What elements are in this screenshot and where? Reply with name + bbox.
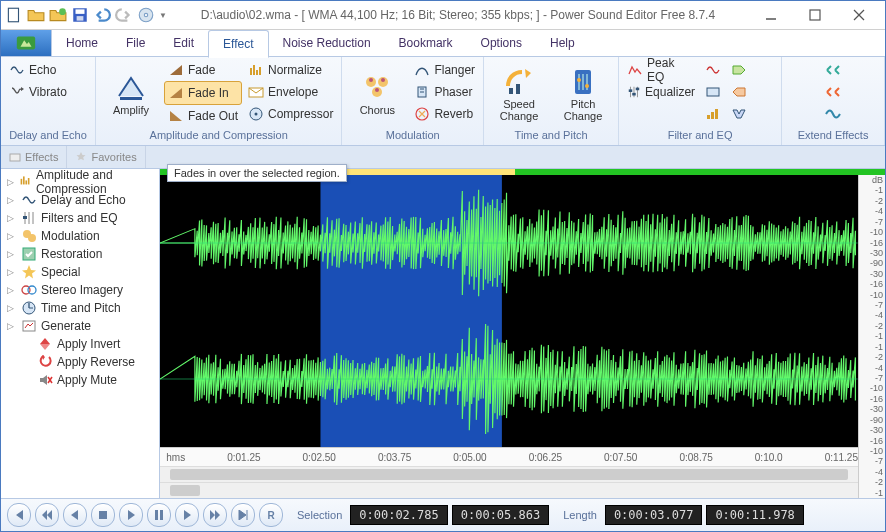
waveform-right-channel[interactable] — [160, 311, 858, 447]
app-menu-button[interactable] — [1, 30, 52, 56]
amplify-button[interactable]: Amplify — [100, 59, 162, 129]
svg-rect-3 — [76, 9, 85, 14]
tree-node[interactable]: ▷Generate — [3, 317, 157, 335]
reverb-button[interactable]: Reverb — [410, 103, 479, 125]
timeline-ruler[interactable]: hms0:01.250:02.500:03.750:05.000:06.250:… — [160, 447, 858, 466]
chevron-right-icon[interactable]: ▷ — [7, 303, 17, 313]
ffwd-button[interactable] — [203, 503, 227, 527]
next-button[interactable] — [175, 503, 199, 527]
effects-panel-icon — [9, 151, 21, 163]
tree-node[interactable]: Apply Mute — [3, 371, 157, 389]
cd-icon[interactable] — [137, 6, 155, 24]
chevron-right-icon[interactable]: ▷ — [7, 231, 17, 241]
tree-node[interactable]: ▷Special — [3, 263, 157, 281]
rest-icon — [21, 246, 37, 262]
pitch-change-button[interactable]: Pitch Change — [552, 59, 614, 129]
filter-btn-6[interactable] — [727, 103, 751, 125]
pause-button[interactable] — [147, 503, 171, 527]
chevron-right-icon[interactable]: ▷ — [7, 321, 17, 331]
undo-icon[interactable] — [93, 6, 111, 24]
tree-label: Modulation — [41, 229, 100, 243]
filter-btn-2[interactable] — [701, 81, 725, 103]
tab-bookmark[interactable]: Bookmark — [385, 30, 467, 56]
open-icon[interactable] — [27, 6, 45, 24]
tab-help[interactable]: Help — [536, 30, 589, 56]
group-title-filter-eq: Filter and EQ — [623, 129, 777, 145]
goto-end-button[interactable] — [231, 503, 255, 527]
tree-node[interactable]: Apply Invert — [3, 335, 157, 353]
zoom-thumb[interactable] — [170, 485, 200, 496]
chevron-right-icon[interactable]: ▷ — [7, 249, 17, 259]
speed-change-button[interactable]: Speed Change — [488, 59, 550, 129]
svg-rect-45 — [707, 115, 710, 119]
close-button[interactable] — [837, 1, 881, 29]
tab-file[interactable]: File — [112, 30, 159, 56]
chevron-right-icon[interactable]: ▷ — [7, 177, 15, 187]
flanger-button[interactable]: Flanger — [410, 59, 479, 81]
redo-icon[interactable] — [115, 6, 133, 24]
chevron-right-icon[interactable]: ▷ — [7, 195, 17, 205]
compressor-icon — [248, 106, 264, 122]
waveform-left-channel[interactable] — [160, 175, 858, 311]
side-tab-favorites[interactable]: Favorites — [67, 146, 145, 168]
play-button[interactable] — [119, 503, 143, 527]
qat-dropdown-icon[interactable]: ▼ — [159, 11, 167, 20]
amplify-icon — [115, 72, 147, 104]
side-tab-effects[interactable]: Effects — [1, 146, 67, 168]
envelope-button[interactable]: Envelope — [244, 81, 337, 103]
extend-effect-3[interactable] — [824, 105, 842, 123]
ribbon-tabs: Home File Edit Effect Noise Reduction Bo… — [1, 30, 885, 57]
rewind-button[interactable] — [35, 503, 59, 527]
chorus-button[interactable]: Chorus — [346, 59, 408, 129]
record-button[interactable]: R — [259, 503, 283, 527]
tree-node[interactable]: Apply Reverse — [3, 353, 157, 371]
waveform-area: hms0:01.250:02.500:03.750:05.000:06.250:… — [160, 169, 885, 498]
chorus-icon — [361, 72, 393, 104]
zoom-scrollbar[interactable] — [160, 482, 858, 498]
stop-button[interactable] — [91, 503, 115, 527]
fade-in-button[interactable]: Fade In — [164, 81, 242, 105]
chevron-right-icon[interactable]: ▷ — [7, 267, 17, 277]
echo-button[interactable]: Echo — [5, 59, 85, 81]
tree-node[interactable]: ▷Modulation — [3, 227, 157, 245]
horizontal-scrollbar[interactable] — [160, 466, 858, 482]
fade-button[interactable]: Fade — [164, 59, 242, 81]
new-icon[interactable] — [5, 6, 23, 24]
tree-label: Stereo Imagery — [41, 283, 123, 297]
peak-eq-button[interactable]: Peak EQ — [623, 59, 699, 81]
scrollbar-thumb[interactable] — [170, 469, 848, 480]
tree-node[interactable]: ▷Stereo Imagery — [3, 281, 157, 299]
extend-effect-1[interactable] — [824, 61, 842, 79]
tree-node[interactable]: ▷Amplitude and Compression — [3, 173, 157, 191]
echo-label: Echo — [29, 63, 56, 77]
minimize-button[interactable] — [749, 1, 793, 29]
open2-icon[interactable] — [49, 6, 67, 24]
phaser-button[interactable]: Phaser — [410, 81, 479, 103]
compressor-button[interactable]: Compressor — [244, 103, 337, 125]
effects-tree[interactable]: ▷Amplitude and Compression▷Delay and Ech… — [1, 169, 160, 498]
tab-effect[interactable]: Effect — [208, 30, 268, 58]
filter-btn-1[interactable] — [701, 59, 725, 81]
equalizer-button[interactable]: Equalizer — [623, 81, 699, 103]
tab-edit[interactable]: Edit — [159, 30, 208, 56]
tree-node[interactable]: ▷Restoration — [3, 245, 157, 263]
filter-btn-4[interactable] — [727, 59, 751, 81]
goto-start-button[interactable] — [7, 503, 31, 527]
vibrato-button[interactable]: Vibrato — [5, 81, 85, 103]
chevron-right-icon[interactable]: ▷ — [7, 213, 17, 223]
tab-options[interactable]: Options — [467, 30, 536, 56]
filter-btn-5[interactable] — [727, 81, 751, 103]
tree-node[interactable]: ▷Time and Pitch — [3, 299, 157, 317]
tree-node[interactable]: ▷Filters and EQ — [3, 209, 157, 227]
fade-out-button[interactable]: Fade Out — [164, 105, 242, 127]
prev-button[interactable] — [63, 503, 87, 527]
maximize-button[interactable] — [793, 1, 837, 29]
filter-btn-3[interactable] — [701, 103, 725, 125]
normalize-button[interactable]: Normalize — [244, 59, 337, 81]
svg-rect-12 — [120, 97, 142, 100]
tab-home[interactable]: Home — [52, 30, 112, 56]
extend-effect-2[interactable] — [824, 83, 842, 101]
tab-noise-reduction[interactable]: Noise Reduction — [269, 30, 385, 56]
chevron-right-icon[interactable]: ▷ — [7, 285, 17, 295]
save-icon[interactable] — [71, 6, 89, 24]
